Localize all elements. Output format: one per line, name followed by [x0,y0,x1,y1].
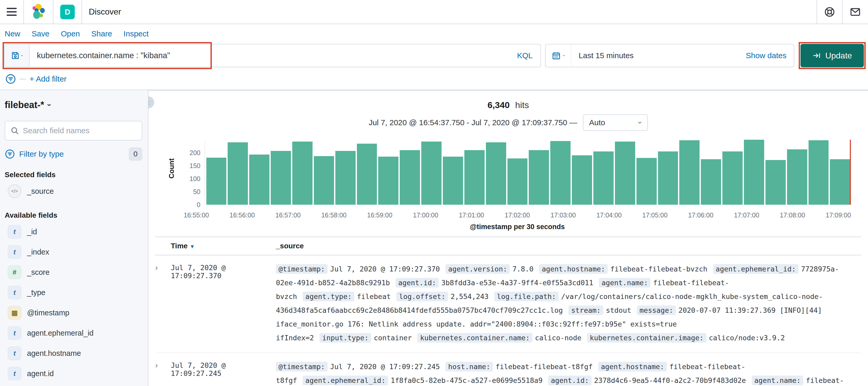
current-time-marker [850,140,851,205]
x-tick-label: 17:07:00 [734,211,759,219]
nav-save[interactable]: Save [32,29,49,38]
saved-query-menu-button[interactable]: › [4,44,29,67]
field-item-_score[interactable]: #_score [5,262,142,283]
field-pill[interactable]: agent.type: [303,292,354,301]
help-button[interactable] [817,0,842,24]
histogram-bar[interactable] [464,150,485,205]
nav-share[interactable]: Share [91,29,112,38]
field-pill[interactable]: agent.hostname: [539,264,608,274]
histogram-bar[interactable] [572,155,592,205]
field-pill[interactable]: kubernetes.container.name: [417,333,532,343]
histogram-bar[interactable] [421,142,441,205]
histogram-bar[interactable] [637,158,657,205]
app-badge[interactable]: D [60,5,75,19]
histogram-bar[interactable] [766,160,786,205]
time-range-value[interactable]: Last 15 minutes [571,51,739,60]
nav-inspect[interactable]: Inspect [124,29,149,38]
field-pill[interactable]: stream: [568,305,603,315]
interval-select[interactable]: Auto › [583,114,648,131]
field-item-_index[interactable]: t_index [5,242,142,262]
time-column-header[interactable]: Time [171,242,188,250]
histogram-bar[interactable] [206,158,227,205]
documents-table: Time ▼ _source ›Jul 7, 2020 @ 17:09:27.3… [155,237,861,386]
filter-icon[interactable] [5,73,16,84]
field-item-agent.id[interactable]: tagent.id [5,363,142,384]
histogram-bar[interactable] [507,158,528,205]
field-pill[interactable]: log.offset: [396,292,448,301]
show-dates-button[interactable]: Show dates [739,51,794,60]
histogram-bar[interactable] [335,151,355,205]
index-pattern-selector[interactable]: filebeat-* › [5,99,142,110]
histogram-bar[interactable] [292,142,312,205]
histogram-bar[interactable] [314,156,334,205]
field-pill[interactable]: agent.ephemeral_id: [713,264,799,274]
field-item-@timestamp[interactable]: ▦@timestamp [5,303,142,323]
field-pill[interactable]: @timestamp: [276,362,328,372]
collapse-sidebar-button[interactable]: ‹ [148,96,154,108]
update-button[interactable]: Update [801,44,864,67]
histogram-bar[interactable] [701,159,721,205]
histogram-bar[interactable] [443,157,463,205]
field-pill[interactable]: log.file.path: [494,292,559,301]
histogram-bar[interactable] [249,154,270,205]
histogram-bar[interactable] [550,141,570,205]
field-pill[interactable]: agent.name: [599,278,650,288]
table-row: ›Jul 7, 2020 @ 17:09:27.370@timestamp:Ju… [155,255,861,353]
field-pill[interactable]: host.name: [445,362,493,372]
histogram-bar[interactable] [357,144,377,205]
field-pill[interactable]: agent.name: [752,376,803,385]
histogram-bar[interactable] [228,142,248,205]
histogram-bar[interactable] [722,151,743,205]
field-pill[interactable]: agent.hostname: [598,362,667,372]
field-value: container [374,334,412,342]
histogram-bar[interactable] [658,151,678,205]
histogram-bar[interactable] [615,142,635,205]
histogram-bar[interactable] [787,149,807,205]
histogram-bar[interactable] [593,151,614,205]
menu-icon[interactable] [7,8,17,16]
field-name: _score [27,268,50,277]
histogram-bar[interactable] [271,151,291,205]
field-item-_source[interactable]: </>_source [5,181,142,201]
field-item-agent.name[interactable]: tagent.name [5,384,142,386]
histogram-bar[interactable] [529,150,549,205]
histogram-bar[interactable] [378,157,398,205]
field-pill[interactable]: agent.version: [445,264,510,274]
filter-by-type-button[interactable]: Filter by type [19,150,125,158]
field-pill[interactable]: @timestamp: [276,264,328,274]
expand-row-icon[interactable]: › [155,360,171,369]
newsfeed-button[interactable] [843,0,868,24]
nav-open[interactable]: Open [61,29,80,38]
histogram-bar[interactable] [830,159,850,205]
field-pill[interactable]: agent.ephemeral_id: [303,376,388,385]
field-pill[interactable]: agent.id: [548,376,591,385]
field-pill[interactable]: message: [637,305,676,315]
field-pill[interactable]: kubernetes.container.image: [587,333,706,343]
histogram-plot[interactable] [205,140,851,205]
y-tick-label: 100 [189,175,200,183]
histogram-bar[interactable] [744,140,764,205]
field-value: 3b8fdd3a-e53e-4a37-9ff4-e0f55a3cd011 [441,279,593,287]
field-item-agent.hostname[interactable]: tagent.hostname [5,343,142,363]
elastic-logo[interactable] [24,0,53,24]
x-tick-label: 17:09:00 [826,211,851,219]
x-tick-label: 17:02:00 [505,211,530,219]
histogram-bar[interactable] [486,142,506,205]
add-filter-button[interactable]: + Add filter [30,75,67,83]
field-item-agent.ephemeral_id[interactable]: tagent.ephemeral_id [5,323,142,343]
date-picker-calendar-button[interactable]: › [546,44,571,67]
field-item-_id[interactable]: t_id [5,221,142,242]
expand-row-icon[interactable]: › [155,262,171,272]
field-type-t-icon: t [8,347,21,360]
field-pill[interactable]: agent.id: [396,278,439,288]
sort-desc-icon[interactable]: ▼ [190,244,195,249]
histogram-bar[interactable] [809,140,829,205]
field-pill[interactable]: input.type: [319,333,371,343]
histogram-bar[interactable] [679,140,700,205]
histogram-bar[interactable] [400,150,420,205]
nav-new[interactable]: New [5,29,20,38]
query-language-button[interactable]: KQL [509,51,540,60]
query-input[interactable] [30,51,509,60]
field-item-_type[interactable]: t_type [5,283,142,303]
field-search-input[interactable] [23,126,136,135]
